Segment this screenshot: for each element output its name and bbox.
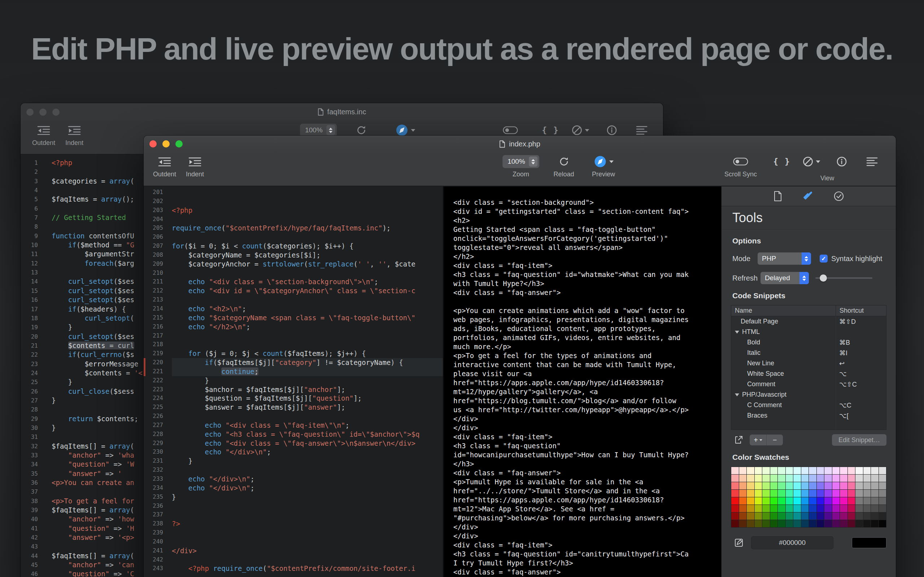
snippet-group-row[interactable]: PHP/Javascript [731,390,886,400]
color-swatch[interactable] [739,513,747,520]
color-swatch[interactable] [871,467,879,474]
color-swatch[interactable] [824,482,832,489]
color-swatch[interactable] [755,475,762,482]
close-button[interactable] [26,108,34,116]
color-swatch[interactable] [824,467,832,474]
color-swatch[interactable] [770,482,778,489]
color-swatch[interactable] [855,497,863,504]
mode-popup[interactable]: PHP [758,253,811,265]
color-swatch[interactable] [848,520,855,527]
color-swatch[interactable] [871,520,879,527]
color-swatch[interactable] [848,505,855,512]
code-line[interactable]: $answer = $faqItems[$j]["answer"]; [172,403,443,412]
code-line[interactable] [172,295,443,305]
color-swatch[interactable] [739,505,747,512]
color-swatch[interactable] [832,475,840,482]
color-swatch[interactable] [801,475,809,482]
code-line[interactable] [172,269,443,278]
color-swatch[interactable] [809,467,816,474]
color-swatch[interactable] [817,497,824,504]
snippet-row[interactable]: Italic⌘I [731,348,886,358]
color-swatch[interactable] [848,482,855,489]
color-swatch[interactable] [786,505,793,512]
hex-color-field[interactable] [751,536,834,549]
tab-validation[interactable] [833,190,845,202]
color-swatch[interactable] [879,497,887,504]
code-line[interactable]: ?> [172,519,443,528]
preview-button[interactable]: Preview [592,154,615,178]
preview-button[interactable] [396,123,415,137]
zoom-window-button[interactable] [175,140,183,148]
color-swatch[interactable] [778,520,785,527]
close-button[interactable] [149,140,157,148]
color-swatch[interactable] [817,490,824,497]
code-line[interactable]: echo "<h2>\n"; [172,305,443,313]
code-line[interactable]: echo "<h3 class = \"faq-question\" id=\"… [172,430,443,439]
color-swatch[interactable] [855,520,863,527]
info-button[interactable] [606,123,617,137]
color-swatch[interactable] [824,520,832,527]
color-swatch[interactable] [770,475,778,482]
code-line[interactable]: echo "<div class = \"faq-item\"\n"; [172,421,443,430]
color-swatch[interactable] [840,482,848,489]
code-line[interactable]: <?php [172,206,443,215]
color-swatch[interactable] [863,482,871,489]
code-line[interactable]: $categoryAnchor = strtolower(str_replace… [172,259,443,269]
code-lines[interactable]: <?phprequire_once("$contentPrefix/hype/f… [167,187,443,577]
color-swatch[interactable] [731,520,739,527]
color-swatch[interactable] [817,513,824,520]
color-swatch[interactable] [778,475,785,482]
color-swatch[interactable] [809,505,816,512]
color-swatch[interactable] [879,475,887,482]
code-line[interactable]: echo "</div>\n"; [172,448,443,456]
color-swatch[interactable] [755,497,762,504]
color-swatch[interactable] [824,497,832,504]
snippet-row[interactable]: Comment⌥⇧C [731,379,886,390]
code-line[interactable] [172,412,443,421]
code-line[interactable] [172,555,443,564]
indent-button[interactable]: Indent [186,154,204,178]
snippet-group-row[interactable]: HTML [731,327,886,337]
edit-color-button[interactable] [732,537,746,548]
color-swatch[interactable] [855,467,863,474]
color-swatch[interactable] [879,482,887,489]
color-swatch[interactable] [770,497,778,504]
color-swatch[interactable] [863,475,871,482]
code-line[interactable] [172,466,443,475]
code-line[interactable]: echo "</h2>\n"; [172,322,443,331]
column-header-shortcut[interactable]: Shortcut [835,305,886,316]
color-swatch[interactable] [824,490,832,497]
color-swatch[interactable] [793,475,801,482]
color-swatch[interactable] [863,513,871,520]
zoom-control[interactable]: 100% [300,123,337,137]
color-swatch[interactable] [817,475,824,482]
scroll-sync-toggle[interactable]: Scroll Sync [724,154,757,178]
zoom-stepper-icon[interactable] [326,125,335,135]
color-swatch[interactable] [762,513,770,520]
color-swatch[interactable] [778,467,785,474]
color-swatch[interactable] [832,467,840,474]
color-swatch[interactable] [755,505,762,512]
color-swatch[interactable] [762,505,770,512]
color-swatch[interactable] [762,490,770,497]
code-line[interactable]: echo "<div class = \"section-background\… [172,277,443,286]
snippet-row[interactable]: New Line↩ [731,358,886,369]
color-swatch[interactable] [762,482,770,489]
color-swatch[interactable] [755,513,762,520]
code-line[interactable]: echo "</div>\n"; [172,475,443,484]
color-swatch[interactable] [855,513,863,520]
color-swatch[interactable] [747,482,754,489]
color-swatch[interactable] [778,497,785,504]
remove-snippet-button[interactable]: − [766,435,783,445]
color-swatch[interactable] [840,490,848,497]
color-swatch[interactable] [863,497,871,504]
color-swatch[interactable] [879,513,887,520]
refresh-popup[interactable]: Delayed [761,272,809,284]
color-swatch[interactable] [739,475,747,482]
color-swatch[interactable] [786,467,793,474]
color-swatch[interactable] [863,520,871,527]
color-swatch[interactable] [739,497,747,504]
export-snippet-button[interactable] [732,434,746,446]
color-swatch[interactable] [817,467,824,474]
color-swatch[interactable] [824,505,832,512]
